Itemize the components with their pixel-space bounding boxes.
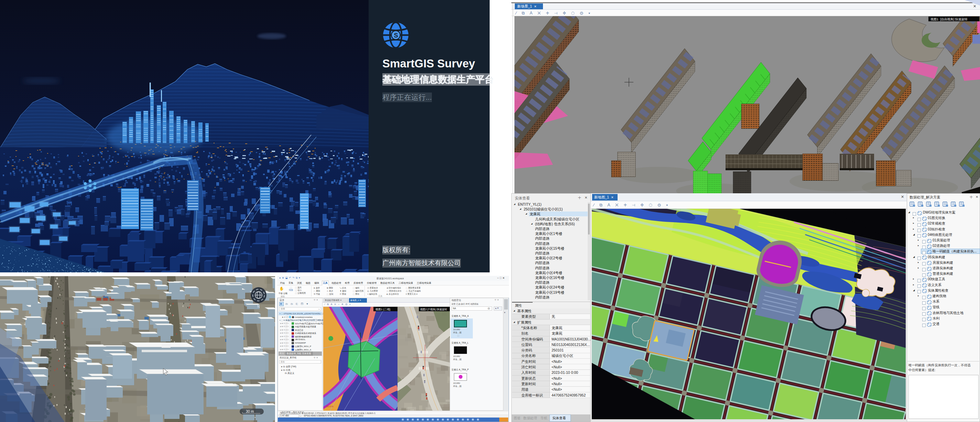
- svg-text:28.4 m: 28.4 m: [326, 405, 334, 408]
- svg-text:S: S: [394, 32, 398, 39]
- svg-text:视图2 [**视角] 快速旋转: 视图2 [**视角] 快速旋转: [420, 308, 447, 311]
- svg-text:N: N: [257, 305, 259, 309]
- svg-text:视图1 [二维]: 视图1 [二维]: [375, 308, 390, 311]
- svg-text:30 m: 30 m: [246, 409, 254, 413]
